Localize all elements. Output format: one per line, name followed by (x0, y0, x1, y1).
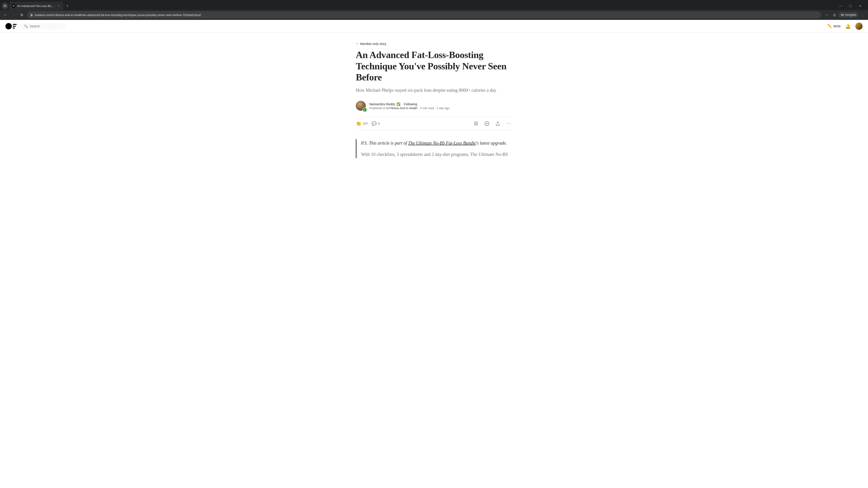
star-icon: ✦ (356, 41, 359, 46)
user-avatar[interactable] (855, 23, 863, 30)
play-icon (485, 121, 489, 126)
tab-group-icon: ⊞ (4, 4, 6, 7)
share-button[interactable] (494, 120, 501, 127)
avatar-image (855, 23, 863, 30)
author-info: Neeramitra Reddy ✅ · Following Published… (369, 102, 450, 110)
toolbar-actions: ☆ ⊞ Incognito ⋮ (823, 11, 866, 19)
new-tab-button[interactable]: + (64, 3, 70, 9)
svg-point-7 (510, 123, 510, 124)
share-icon (495, 121, 500, 126)
actions-right (472, 120, 512, 127)
address-bar[interactable]: 🔒 medium.com/in-fitness-and-in-health/an… (27, 11, 821, 19)
member-badge: ✦ Member-only story (356, 41, 512, 46)
search-placeholder: Search (30, 24, 39, 28)
article-container: ✦ Member-only story An Advanced Fat-Loss… (350, 33, 518, 167)
time-ago: 1 day ago (437, 106, 450, 110)
forward-button[interactable]: → (10, 11, 17, 19)
logo-rect-3 (13, 28, 15, 29)
save-button[interactable] (472, 120, 480, 127)
read-time: 5 min read (420, 106, 434, 110)
search-bar[interactable]: 🔍 Search (20, 23, 66, 29)
tab-close-button[interactable]: × (57, 4, 61, 8)
clap-icon: 👏 (356, 121, 362, 126)
author-name-row: Neeramitra Reddy ✅ · Following (369, 102, 450, 106)
more-options-button[interactable] (505, 120, 512, 127)
verified-icon: ✅ (397, 102, 400, 106)
notification-bell[interactable]: 🔔 (845, 24, 851, 29)
blockquote-paragraph-1: P.S. This article is part of The Ultimat… (361, 139, 512, 147)
medium-navbar: 🔍 Search ✏️ Write 🔔 (0, 20, 868, 33)
bookmark-button[interactable]: ☆ (823, 11, 830, 19)
extensions-button[interactable]: ⊞ (831, 11, 838, 19)
comment-button[interactable]: 💬 4 (372, 121, 380, 126)
minimize-button[interactable]: — (837, 3, 844, 9)
article-actions-bar: 👏 207 💬 4 (356, 117, 512, 130)
active-tab[interactable]: M An Advanced Fat-Loss-Boosting... × (9, 2, 63, 10)
nav-right: ✏️ Write 🔔 (828, 23, 863, 30)
logo-rect-2 (13, 26, 16, 27)
write-button[interactable]: ✏️ Write (828, 24, 841, 28)
tab-title: An Advanced Fat-Loss-Boosting... (17, 4, 55, 8)
reload-button[interactable]: ↻ (18, 11, 25, 19)
incognito-badge[interactable]: Incognito (838, 12, 859, 18)
clap-button[interactable]: 👏 207 (356, 121, 368, 126)
publication-badge: h (363, 107, 367, 112)
save-icon (474, 121, 478, 126)
author-meta: Published in In Fitness And In Health · … (369, 106, 450, 110)
svg-point-5 (507, 123, 508, 124)
back-button[interactable]: ← (2, 11, 9, 19)
published-label: Published in (369, 106, 385, 110)
meta-separator-1: · (418, 106, 419, 110)
svg-point-6 (508, 123, 509, 124)
play-button[interactable] (483, 120, 491, 127)
following-dot: · (402, 102, 403, 106)
logo-rects (13, 24, 17, 29)
tab-bar: ⊞ M An Advanced Fat-Loss-Boosting... × +… (0, 0, 868, 10)
author-avatar-container: h (356, 101, 367, 111)
window-controls: — ☐ ✕ (837, 3, 866, 9)
actions-left: 👏 207 💬 4 (356, 121, 380, 126)
url-text: medium.com/in-fitness-and-in-health/an-a… (35, 13, 818, 17)
more-icon (506, 121, 511, 126)
browser-toolbar: ← → ↻ 🔒 medium.com/in-fitness-and-in-hea… (0, 10, 868, 20)
tab-favicon: M (12, 4, 16, 8)
blockquote-section: P.S. This article is part of The Ultimat… (356, 139, 512, 158)
write-label: Write (833, 24, 841, 28)
blockquote-text-post: 's latest upgrade. (476, 140, 507, 145)
logo-rect-1 (13, 24, 17, 25)
comment-icon: 💬 (372, 121, 377, 126)
medium-logo[interactable] (5, 23, 17, 29)
maximize-button[interactable]: ☐ (847, 3, 854, 9)
bundle-link[interactable]: The Ultimate No-BS Fat-Loss Bundle (408, 140, 476, 145)
article-title: An Advanced Fat-Loss-Boosting Technique … (356, 50, 512, 83)
author-name[interactable]: Neeramitra Reddy (369, 102, 395, 106)
publication-link[interactable]: In Fitness And In Health (386, 106, 417, 110)
blockquote-paragraph-2: With 10 checklists, 3 spreadsheets and 2… (361, 151, 512, 158)
incognito-label: Incognito (845, 13, 856, 17)
meta-separator-2: · (435, 106, 436, 110)
article-subtitle: How Michael Phelps stayed six-pack lean … (356, 87, 512, 94)
logo-circle (5, 23, 12, 29)
write-icon: ✏️ (828, 24, 832, 28)
browser-chrome: ⊞ M An Advanced Fat-Loss-Boosting... × +… (0, 0, 868, 20)
incognito-icon (841, 13, 844, 17)
lock-icon: 🔒 (30, 13, 33, 17)
article-body: P.S. This article is part of The Ultimat… (356, 139, 512, 158)
close-button[interactable]: ✕ (857, 3, 864, 9)
medium-page: 🔍 Search ✏️ Write 🔔 ✦ Member-only story … (0, 20, 868, 488)
svg-marker-3 (487, 123, 488, 124)
search-icon: 🔍 (24, 24, 28, 28)
comment-count: 4 (378, 122, 380, 125)
following-button[interactable]: Following (404, 102, 417, 106)
clap-count: 207 (363, 122, 368, 125)
member-text: Member-only story (360, 42, 386, 46)
more-button[interactable]: ⋮ (859, 11, 866, 19)
blockquote-text-pre: P.S. This article is part of (361, 140, 408, 145)
author-section: h Neeramitra Reddy ✅ · Following Publish… (356, 101, 512, 111)
tab-group-button[interactable]: ⊞ (2, 3, 8, 9)
